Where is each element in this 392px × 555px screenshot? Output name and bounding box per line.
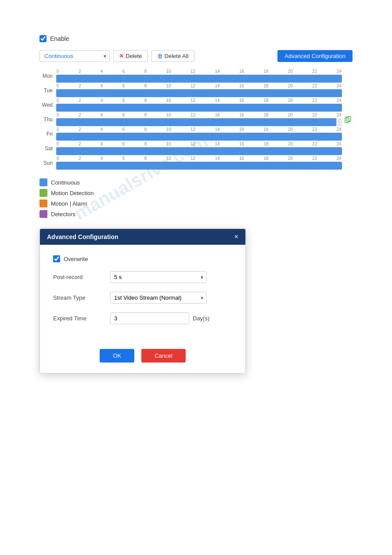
timeline-bar-fri xyxy=(56,133,342,141)
post-record-row: Post-record 5 s 10 s 20 s 30 s 60 s xyxy=(53,271,232,283)
legend-color-continuous xyxy=(40,178,47,186)
schedule-row-thu: Thu 024681012141618202224 xyxy=(40,112,352,126)
time-ticks-mon: 024681012141618202224 xyxy=(56,69,342,74)
schedule-row-tue: Tue 024681012141618202224 xyxy=(40,83,352,97)
schedule-row-sat: Sat 024681012141618202224 xyxy=(40,141,352,155)
copy-icon-thu[interactable] xyxy=(344,115,352,124)
timeline-wed: 024681012141618202224 xyxy=(56,98,342,112)
schedule-row-wed: Wed 024681012141618202224 xyxy=(40,98,352,112)
time-ticks-sat: 024681012141618202224 xyxy=(56,141,342,146)
timeline-thu: 024681012141618202224 xyxy=(56,112,342,126)
delete-button[interactable]: ✕ Delete xyxy=(113,50,148,62)
day-label-tue: Tue xyxy=(40,87,56,94)
toolbar: Continuous Motion Detection Motion | Ala… xyxy=(40,50,352,62)
timeline-bar-mon xyxy=(56,75,342,83)
trash-icon: 🗑 xyxy=(157,53,163,59)
time-ticks-wed: 024681012141618202224 xyxy=(56,98,342,103)
legend-color-detectors xyxy=(40,210,47,218)
modal-footer: OK Cancel xyxy=(40,342,245,373)
timeline-bar-container-sun[interactable] xyxy=(56,162,342,170)
timeline-bar-container-sat[interactable] xyxy=(56,147,342,155)
schedule-grid: Mon 024681012141618202224 Tue 0246810121… xyxy=(40,69,352,170)
time-ticks-thu: 024681012141618202224 xyxy=(56,112,342,117)
timeline-bar-container-thu[interactable] xyxy=(56,118,342,126)
day-label-fri: Fri xyxy=(40,131,56,137)
legend: Continuous Motion Detection Motion | Ala… xyxy=(40,178,352,218)
modal-close-button[interactable]: × xyxy=(234,233,238,240)
timeline-fri: 024681012141618202224 xyxy=(56,127,342,141)
modal-title: Advanced Configuration xyxy=(47,233,119,240)
timeline-bar-container-tue[interactable] xyxy=(56,89,342,97)
advanced-config-button[interactable]: Advanced Configuration xyxy=(277,50,352,62)
timeline-tue: 024681012141618202224 xyxy=(56,83,342,97)
post-record-select[interactable]: 5 s 10 s 20 s 30 s 60 s xyxy=(110,271,207,283)
type-dropdown-container: Continuous Motion Detection Motion | Ala… xyxy=(40,50,110,62)
day-label-wed: Wed xyxy=(40,102,56,108)
day-label-sat: Sat xyxy=(40,145,56,152)
expired-time-input[interactable] xyxy=(110,312,189,324)
timeline-bar-thu xyxy=(56,118,336,126)
time-ticks-sun: 024681012141618202224 xyxy=(56,156,342,161)
legend-label-detectors: Detectors xyxy=(51,211,76,218)
schedule-row-mon: Mon 024681012141618202224 xyxy=(40,69,352,83)
stream-type-select[interactable]: 1st Video Stream (Normal) 2nd Video Stre… xyxy=(110,292,207,304)
legend-item-continuous: Continuous xyxy=(40,178,352,186)
overwrite-row: Overwrite xyxy=(53,255,232,262)
legend-color-motion xyxy=(40,189,47,197)
expired-time-label: Expired Time xyxy=(53,315,110,322)
legend-label-motion-alarm: Motion | Alarm xyxy=(51,200,87,207)
enable-row: Enable xyxy=(40,35,352,42)
enable-checkbox[interactable] xyxy=(40,35,47,42)
time-ticks-tue: 024681012141618202224 xyxy=(56,83,342,88)
expired-time-row: Expired Time Day(s) xyxy=(53,312,232,324)
legend-item-motion: Motion Detection xyxy=(40,189,352,197)
modal-overlay: Advanced Configuration × Overwrite Post-… xyxy=(40,229,352,374)
post-record-select-wrapper: 5 s 10 s 20 s 30 s 60 s xyxy=(110,271,207,283)
timeline-bar-tue xyxy=(56,89,342,97)
day-label-mon: Mon xyxy=(40,73,56,79)
ok-button[interactable]: OK xyxy=(100,349,134,363)
legend-item-motion-alarm: Motion | Alarm xyxy=(40,200,352,207)
legend-color-motion-alarm xyxy=(40,200,47,207)
timeline-mon: 024681012141618202224 xyxy=(56,69,342,83)
delete-label: Delete xyxy=(126,53,142,59)
stream-type-label: Stream Type xyxy=(53,294,110,301)
schedule-row-fri: Fri 024681012141618202224 xyxy=(40,127,352,141)
schedule-row-sun: Sun 024681012141618202224 xyxy=(40,156,352,170)
cancel-button[interactable]: Cancel xyxy=(141,349,185,363)
x-icon: ✕ xyxy=(119,53,124,59)
stream-type-select-wrapper: 1st Video Stream (Normal) 2nd Video Stre… xyxy=(110,292,207,304)
expired-time-value-container: Day(s) xyxy=(110,312,232,324)
modal-dialog: Advanced Configuration × Overwrite Post-… xyxy=(40,229,246,374)
post-record-value: 5 s 10 s 20 s 30 s 60 s xyxy=(110,271,232,283)
timeline-sat: 024681012141618202224 xyxy=(56,141,342,155)
day-label-sun: Sun xyxy=(40,160,56,166)
timeline-bar-container-fri[interactable] xyxy=(56,133,342,141)
modal-header: Advanced Configuration × xyxy=(40,229,245,245)
timeline-bar-container-wed[interactable] xyxy=(56,104,342,112)
delete-all-label: Delete All xyxy=(165,53,189,59)
stream-type-row: Stream Type 1st Video Stream (Normal) 2n… xyxy=(53,292,232,304)
day-label-thu: Thu xyxy=(40,116,56,123)
stream-type-value: 1st Video Stream (Normal) 2nd Video Stre… xyxy=(110,292,232,304)
expired-time-suffix: Day(s) xyxy=(193,315,209,322)
timeline-bar-sat xyxy=(56,147,342,155)
timeline-bar-sun xyxy=(56,162,342,170)
time-ticks-fri: 024681012141618202224 xyxy=(56,127,342,132)
timeline-sun: 024681012141618202224 xyxy=(56,156,342,170)
legend-item-detectors: Detectors xyxy=(40,210,352,218)
enable-label: Enable xyxy=(50,35,69,42)
legend-label-motion: Motion Detection xyxy=(51,190,94,196)
overwrite-checkbox[interactable] xyxy=(53,255,60,262)
timeline-bar-container-mon[interactable] xyxy=(56,75,342,83)
legend-label-continuous: Continuous xyxy=(51,179,80,186)
post-record-label: Post-record xyxy=(53,274,110,280)
type-dropdown[interactable]: Continuous Motion Detection Motion | Ala… xyxy=(40,50,110,62)
delete-all-button[interactable]: 🗑 Delete All xyxy=(151,50,194,62)
overwrite-label: Overwrite xyxy=(64,256,88,262)
timeline-bar-wed xyxy=(56,104,342,112)
modal-body: Overwrite Post-record 5 s 10 s 20 s 3 xyxy=(40,245,245,342)
